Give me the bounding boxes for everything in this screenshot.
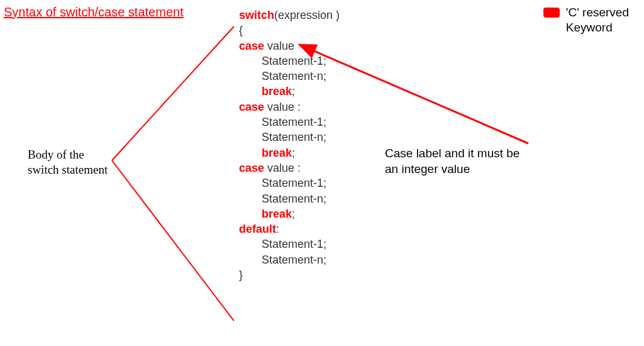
code-text: ; [292,147,295,159]
page-title: Syntax of switch/case statement [4,5,184,20]
keyword-break: break [262,85,292,98]
code-text: (expression ) [274,9,340,21]
code-text: value [264,40,297,52]
code-line-break: break; [239,206,340,221]
keyword-case: case [239,101,264,113]
keyword-break: break [262,147,292,159]
keyword-case: case [239,162,264,174]
legend: 'C' reserved Keyword [543,5,629,35]
legend-line2: Keyword [566,20,629,35]
code-line-stmt: Statement-n; [239,252,340,267]
code-line-stmt: Statement-1; [239,237,340,252]
code-line-stmt: Statement-1; [239,114,340,130]
code-line-stmt: Statement-n; [239,191,340,206]
code-line-stmt: Statement-n; [239,69,340,84]
code-text: value : [264,162,301,174]
code-text: ; [292,85,295,98]
code-line-break: break; [239,145,340,160]
code-line-default: default: [239,221,340,237]
code-line-case2: case value : [239,99,340,114]
keyword-case: case [239,40,264,52]
body-label-line2: switch statement [28,162,108,177]
code-block: switch(expression ) { case value Stateme… [239,8,340,282]
case-label-line2: an integer value [385,162,519,177]
code-line-break: break; [239,84,340,99]
code-line-switch: switch(expression ) [239,8,340,23]
code-text: : [276,223,279,235]
keyword-break: break [262,208,292,220]
keyword-default: default [239,223,276,235]
brace-line-top [112,26,234,160]
code-line-case1: case value [239,38,340,53]
code-line-stmt: Statement-1; [239,53,340,69]
code-text: value : [264,101,301,113]
brace-line-bottom [112,160,234,321]
legend-line1: 'C' reserved [566,5,629,20]
code-line-open-brace: { [239,23,340,38]
code-text: ; [292,208,295,220]
code-line-case3: case value : [239,160,340,176]
legend-text: 'C' reserved Keyword [566,5,629,35]
case-label-line1: Case label and it must be [385,146,519,162]
body-label: Body of the switch statement [28,147,108,177]
case-label: Case label and it must be an integer val… [385,146,519,177]
code-line-stmt: Statement-1; [239,176,340,191]
body-label-line1: Body of the [28,147,108,162]
legend-swatch [543,8,560,18]
code-line-stmt: Statement-n; [239,130,340,145]
code-line-close-brace: } [239,267,340,282]
keyword-switch: switch [239,9,274,21]
